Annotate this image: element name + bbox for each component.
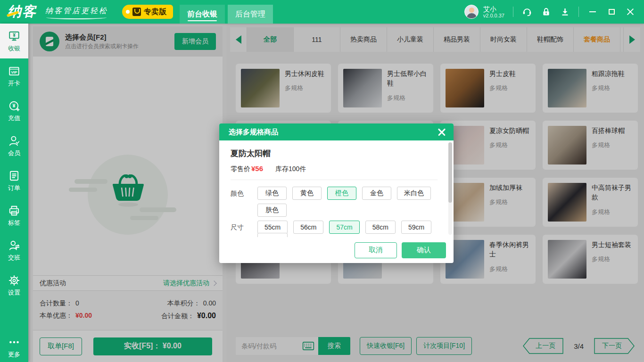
sidebar-item-label: 更多 bbox=[8, 350, 20, 359]
user-name: 艾小 bbox=[483, 5, 504, 13]
size-option[interactable]: 59cm bbox=[401, 221, 431, 234]
topbar: 纳客 纳客管店更轻松 专卖版 前台收银 后台管理 艾小 v2.0.0.37 bbox=[0, 0, 644, 24]
shopping-bag-icon bbox=[132, 8, 141, 16]
svg-text:¥: ¥ bbox=[12, 103, 15, 108]
user-avatar[interactable] bbox=[464, 5, 479, 19]
more-icon bbox=[8, 336, 20, 349]
cash-register-icon: ¥ bbox=[8, 30, 20, 43]
size-option[interactable]: 55cm bbox=[257, 221, 288, 234]
spec-select-modal: 选择多规格商品 夏防太阳帽 零售价 ¥56 库存100件 颜色 绿色黄色橙色金色… bbox=[219, 123, 454, 263]
vip-card-icon: VIP bbox=[8, 65, 20, 78]
sidebar-item-label: 订单 bbox=[8, 184, 20, 192]
divider bbox=[578, 7, 579, 17]
confirm-button[interactable]: 确认 bbox=[402, 242, 446, 258]
customer-service-icon[interactable] bbox=[522, 7, 532, 17]
color-option[interactable]: 金色 bbox=[362, 187, 391, 200]
size-option[interactable]: 56cm bbox=[293, 221, 323, 234]
download-icon[interactable] bbox=[560, 7, 570, 17]
label-printer-icon bbox=[8, 204, 20, 217]
sidebar-item[interactable]: 交班 bbox=[0, 233, 28, 268]
sidebar-item[interactable]: ¥ 收银 bbox=[0, 24, 28, 58]
sidebar-item-label: 设置 bbox=[8, 288, 20, 297]
price-label: 零售价 bbox=[231, 165, 250, 173]
sidebar-item-label: 标签 bbox=[8, 219, 20, 227]
stock-label: 库存100件 bbox=[275, 165, 306, 173]
sidebar-item[interactable]: 订单 bbox=[0, 163, 28, 198]
sidebar-item[interactable]: VIP 开卡 bbox=[0, 58, 28, 93]
color-spec-row: 颜色 绿色黄色橙色金色米白色肤色 bbox=[231, 187, 438, 217]
sidebar-item[interactable]: 会员 bbox=[0, 128, 28, 163]
pos-app: 纳客 纳客管店更轻松 专卖版 前台收银 后台管理 艾小 v2.0.0.37 bbox=[0, 0, 644, 362]
topbar-right: 艾小 v2.0.0.37 bbox=[464, 5, 644, 19]
sidebar-item[interactable]: 设置 bbox=[0, 268, 28, 303]
price-value: ¥56 bbox=[251, 165, 263, 173]
cancel-button[interactable]: 取消 bbox=[355, 242, 397, 258]
sidebar-item-label: 会员 bbox=[8, 149, 20, 157]
settings-icon bbox=[8, 274, 20, 287]
price-stock-row: 零售价 ¥56 库存100件 bbox=[231, 165, 438, 173]
modal-body: 夏防太阳帽 零售价 ¥56 库存100件 颜色 绿色黄色橙色金色米白色肤色 尺寸… bbox=[219, 140, 454, 237]
edition-badge: 专卖版 bbox=[122, 5, 173, 19]
size-spec-row: 尺寸 55cm56cm57cm58cm59cm bbox=[231, 221, 438, 234]
modal-header: 选择多规格商品 bbox=[219, 123, 454, 140]
size-option-clipped[interactable] bbox=[257, 233, 288, 237]
modal-product-name: 夏防太阳帽 bbox=[231, 148, 438, 159]
modal-footer: 取消 确认 bbox=[219, 237, 454, 263]
sidebar: ¥ 收银 VIP 开卡 ¥ 充值 会员 订单 标签 交班 bbox=[0, 24, 28, 362]
sidebar-item[interactable]: 更多 bbox=[0, 334, 28, 360]
size-option[interactable]: 58cm bbox=[365, 221, 396, 234]
close-button[interactable] bbox=[625, 7, 636, 17]
app-logo: 纳客 bbox=[8, 2, 37, 21]
color-option[interactable]: 黄色 bbox=[292, 187, 322, 200]
color-option[interactable]: 肤色 bbox=[257, 204, 287, 217]
maximize-button[interactable] bbox=[606, 7, 617, 17]
app-slogan: 纳客管店更轻松 bbox=[45, 6, 108, 16]
svg-text:VIP: VIP bbox=[11, 70, 17, 74]
sidebar-item[interactable]: 标签 bbox=[0, 198, 28, 233]
sidebar-item-label: 开卡 bbox=[8, 79, 20, 88]
user-meta: 艾小 v2.0.0.37 bbox=[483, 5, 504, 19]
tab-front-cashier[interactable]: 前台收银 bbox=[180, 5, 225, 24]
modal-title: 选择多规格商品 bbox=[229, 128, 278, 137]
color-option[interactable]: 米白色 bbox=[397, 187, 431, 200]
size-label: 尺寸 bbox=[231, 221, 257, 234]
tab-backoffice[interactable]: 后台管理 bbox=[228, 5, 273, 24]
lock-icon[interactable] bbox=[541, 7, 551, 17]
size-option[interactable]: 57cm bbox=[329, 221, 359, 234]
color-label: 颜色 bbox=[231, 187, 257, 217]
color-option[interactable]: 橙色 bbox=[327, 187, 356, 200]
sidebar-item-label: 交班 bbox=[8, 254, 20, 262]
sidebar-item-label: 充值 bbox=[8, 114, 20, 123]
modal-scrollbar bbox=[448, 142, 452, 235]
edition-badge-label: 专卖版 bbox=[144, 7, 166, 17]
modal-scrollbar-thumb[interactable] bbox=[448, 142, 452, 203]
minimize-button[interactable] bbox=[587, 7, 598, 17]
orders-icon bbox=[8, 169, 20, 182]
main-nav-tabs: 前台收银 后台管理 bbox=[180, 5, 273, 24]
color-option[interactable]: 绿色 bbox=[257, 187, 287, 200]
divider bbox=[513, 7, 513, 17]
member-icon bbox=[8, 134, 20, 148]
shift-icon bbox=[8, 239, 20, 252]
recharge-icon: ¥ bbox=[8, 99, 20, 113]
sidebar-item-label: 收银 bbox=[8, 44, 20, 53]
modal-close-icon[interactable] bbox=[438, 128, 446, 136]
app-version: v2.0.0.37 bbox=[483, 13, 504, 19]
svg-text:¥: ¥ bbox=[13, 33, 16, 38]
divider bbox=[231, 180, 438, 180]
tag-hole-icon bbox=[126, 10, 130, 14]
sidebar-item[interactable]: ¥ 充值 bbox=[0, 93, 28, 128]
